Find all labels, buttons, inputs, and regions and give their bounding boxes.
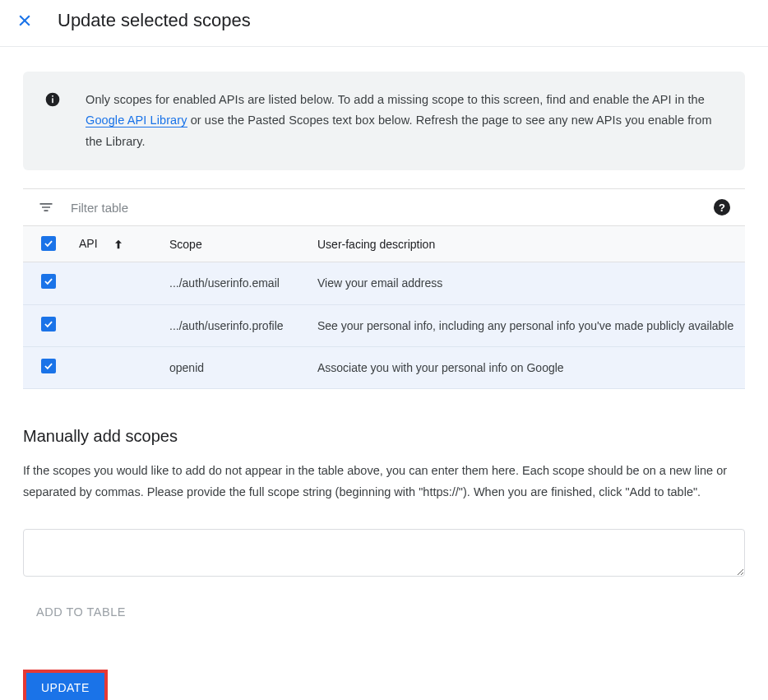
update-button[interactable]: UPDATE — [26, 673, 104, 700]
cell-api — [72, 262, 163, 304]
info-text-part1: Only scopes for enabled APIs are listed … — [86, 93, 705, 106]
select-all-checkbox[interactable] — [41, 236, 56, 251]
manual-scopes-textarea[interactable] — [23, 529, 745, 577]
row-checkbox[interactable] — [41, 317, 56, 331]
header-description[interactable]: User-facing description — [311, 226, 745, 262]
api-library-link[interactable]: Google API Library — [86, 114, 187, 127]
cell-scope: .../auth/userinfo.profile — [163, 304, 311, 346]
row-checkbox[interactable] — [41, 274, 56, 289]
filter-icon[interactable] — [38, 199, 54, 216]
info-banner: Only scopes for enabled APIs are listed … — [23, 72, 745, 170]
update-highlight: UPDATE — [23, 670, 108, 700]
help-icon[interactable]: ? — [714, 199, 730, 216]
table-row: .../auth/userinfo.profile See your perso… — [23, 304, 745, 346]
cell-api — [72, 346, 163, 388]
scopes-table-section: ? API Scope Use — [23, 188, 745, 389]
svg-rect-4 — [52, 95, 53, 97]
cell-description: See your personal info, including any pe… — [311, 304, 745, 346]
table-body: .../auth/userinfo.email View your email … — [23, 262, 745, 389]
filter-bar: ? — [23, 189, 745, 226]
scopes-table: API Scope User-facing description .../au… — [23, 226, 745, 389]
row-checkbox[interactable] — [41, 359, 56, 373]
manual-add-section: Manually add scopes If the scopes you wo… — [23, 389, 745, 627]
filter-input[interactable] — [71, 201, 697, 215]
add-to-table-button[interactable]: ADD TO TABLE — [23, 597, 139, 627]
dialog-footer: UPDATE — [0, 670, 768, 700]
table-header-row: API Scope User-facing description — [23, 226, 745, 262]
manual-description: If the scopes you would like to add do n… — [23, 461, 745, 503]
header-api[interactable]: API — [72, 226, 163, 262]
cell-description: View your email address — [311, 262, 745, 304]
manual-title: Manually add scopes — [23, 427, 745, 446]
cell-scope: .../auth/userinfo.email — [163, 262, 311, 304]
header-scope[interactable]: Scope — [163, 226, 311, 262]
cell-scope: openid — [163, 346, 311, 388]
page-title: Update selected scopes — [58, 10, 251, 31]
cell-api — [72, 304, 163, 346]
table-row: openid Associate you with your personal … — [23, 346, 745, 388]
info-icon — [44, 91, 61, 108]
cell-description: Associate you with your personal info on… — [311, 346, 745, 388]
sort-arrow-icon — [112, 238, 125, 251]
dialog-header: Update selected scopes — [0, 0, 768, 47]
close-icon[interactable] — [15, 11, 35, 30]
table-row: .../auth/userinfo.email View your email … — [23, 262, 745, 304]
info-text: Only scopes for enabled APIs are listed … — [86, 90, 724, 152]
svg-rect-3 — [52, 98, 53, 103]
